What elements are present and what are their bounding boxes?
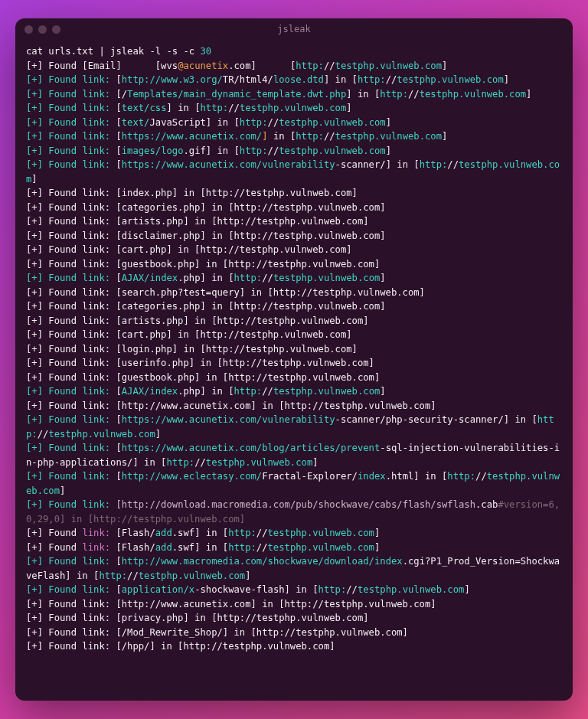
output-line: [+] Found link: [https://www.acunetix.co… xyxy=(26,413,562,441)
text-segment: [+] xyxy=(26,386,43,397)
text-segment: ] xyxy=(245,570,250,581)
text-segment: ] xyxy=(380,273,385,283)
text-segment: @acunetix xyxy=(178,60,228,71)
text-segment: http: xyxy=(318,584,347,595)
terminal-window: jsleak cat urls.txt | jsleak -l -s -c 30… xyxy=(15,18,573,701)
output-line: [+] Found link: [Flash/add.swf] in [http… xyxy=(26,541,562,555)
text-segment: [+] xyxy=(26,89,43,100)
output-line: [+] Found link: [http://www.w3.org/TR/ht… xyxy=(26,73,562,87)
text-segment: Found link: xyxy=(48,145,110,156)
output-line: [+] Found link: [search.php?test=query] … xyxy=(26,286,562,300)
text-segment: [+] xyxy=(26,584,43,595)
text-segment: ] xyxy=(386,145,391,156)
text-segment: // xyxy=(256,542,268,553)
text-segment: testphp.vulnweb.com xyxy=(268,542,374,553)
text-segment: .php] in [ xyxy=(178,273,234,283)
text-segment: testphp.vulnweb.com xyxy=(335,131,442,142)
terminal-content[interactable]: cat urls.txt | jsleak -l -s -c 30[+] Fou… xyxy=(15,40,573,701)
text-segment: // xyxy=(386,74,397,85)
text-segment: https://www.acunetix.com/vulnerability xyxy=(122,414,335,425)
output-line: [+] Found link: [userinfo.php] in [http:… xyxy=(26,356,562,371)
text-segment: -scanner/] in [ xyxy=(335,159,420,170)
text-segment: [ xyxy=(110,443,122,453)
text-segment: http://www.w3.org/ xyxy=(122,74,223,85)
text-segment: JavaScript] in [ xyxy=(149,117,239,128)
text-segment: Found link: xyxy=(48,273,110,283)
text-segment: http: xyxy=(380,89,408,100)
text-segment: Found link: xyxy=(48,131,110,142)
text-segment: index xyxy=(358,471,386,482)
text-segment: [/ xyxy=(110,89,127,100)
text-segment: text/css xyxy=(122,103,167,113)
text-segment: // xyxy=(447,159,459,170)
text-segment: Found link: xyxy=(48,443,110,453)
output-line: [+] Found link: [/hpp/] in [http://testp… xyxy=(26,639,562,654)
text-segment: [ xyxy=(110,117,122,128)
output-line: [+] Found [Email] [wvs@acunetix.com] [ht… xyxy=(26,59,562,74)
text-segment: http: xyxy=(447,471,475,482)
output-line: [+] Found link: [Flash/add.swf] in [http… xyxy=(26,526,562,541)
text-segment: ] xyxy=(374,528,380,538)
text-segment: testphp.vulnweb.com xyxy=(139,570,245,581)
output-line: [+] Found link: [login.php] in [http://t… xyxy=(26,342,562,357)
text-segment: ] xyxy=(526,89,531,100)
text-segment: http: xyxy=(240,117,268,128)
text-segment: // xyxy=(256,528,268,538)
text-segment: http: xyxy=(201,103,229,113)
text-segment: Found link: xyxy=(48,414,110,425)
text-segment: .com] [ xyxy=(228,60,296,71)
text-segment: [+] Found xyxy=(26,528,82,538)
text-segment: http: xyxy=(420,159,448,170)
text-segment: [+] xyxy=(26,556,43,567)
text-segment: [+] Found xyxy=(26,542,82,553)
text-segment: http: xyxy=(234,386,263,397)
text-segment: .cab xyxy=(475,499,498,510)
text-segment: [ xyxy=(110,145,122,156)
text-segment: ] in [ xyxy=(324,74,358,85)
text-segment: loose.dtd xyxy=(273,74,324,85)
text-segment: [+] Found link: [cart.php] in [http://te… xyxy=(26,329,352,340)
text-segment: ] xyxy=(386,117,391,128)
text-segment: ] in [ xyxy=(346,89,380,100)
minimize-dot[interactable] xyxy=(38,25,47,34)
text-segment: testphp.vulnweb.com xyxy=(273,273,380,283)
close-dot[interactable] xyxy=(24,25,33,34)
text-segment: http://www.macromedia.com/shockwave/down… xyxy=(122,556,403,567)
output-line: [+] Found link: [AJAX/index.php] in [htt… xyxy=(26,384,562,399)
text-segment: [+] xyxy=(26,443,43,453)
output-line: [+] Found link: [artists.php] in [http:/… xyxy=(26,214,562,229)
output-line: [+] Found link: [images/logo.gif] in [ht… xyxy=(26,144,562,159)
maximize-dot[interactable] xyxy=(52,25,60,34)
text-segment: [ xyxy=(110,103,122,113)
text-segment: link: xyxy=(82,542,110,553)
text-segment: Found link: xyxy=(48,386,110,397)
text-segment: [+] Found link: [categories.php] in [htt… xyxy=(26,301,386,312)
text-segment: [+] Found link: [categories.php] in [htt… xyxy=(26,202,386,213)
text-segment: Found link: xyxy=(48,103,110,113)
titlebar: jsleak xyxy=(15,18,573,40)
output-line: [+] Found link: [cart.php] in [http://te… xyxy=(26,243,562,257)
text-segment: testphp.vulnweb.com xyxy=(420,89,526,100)
text-segment: Found link: xyxy=(48,89,110,100)
text-segment: ] xyxy=(155,429,161,440)
text-segment: testphp.vulnweb.com xyxy=(48,429,155,440)
text-segment: add xyxy=(155,542,172,553)
output-line: [+] Found link: [categories.php] in [htt… xyxy=(26,299,562,314)
output-line: [+] Found link: [https://www.acunetix.co… xyxy=(26,158,562,186)
text-segment: [+] Found link: [http://www.acunetix.com… xyxy=(26,400,436,411)
text-segment: Found link: xyxy=(48,117,110,128)
text-segment: https://www.acunetix.com/ xyxy=(122,131,262,142)
text-segment: http: xyxy=(296,131,324,142)
text-segment: AJAX/index xyxy=(122,273,178,283)
text-segment: [+] Found link: [guestbook.php] in [http… xyxy=(26,259,380,270)
text-segment: // xyxy=(38,429,49,440)
text-segment: ] xyxy=(346,103,351,113)
output-line: [+] Found link: [artists.php] in [http:/… xyxy=(26,314,562,328)
text-segment: // xyxy=(127,570,139,581)
output-line: [+] Found link: [privacy.php] in [http:/… xyxy=(26,611,562,626)
text-segment: .html] in [ xyxy=(386,471,448,482)
text-segment: ] xyxy=(374,542,380,553)
text-segment: [+] xyxy=(26,131,43,142)
output-line: [+] Found link: [http://www.acunetix.com… xyxy=(26,399,562,413)
text-segment: [+] xyxy=(26,74,43,85)
